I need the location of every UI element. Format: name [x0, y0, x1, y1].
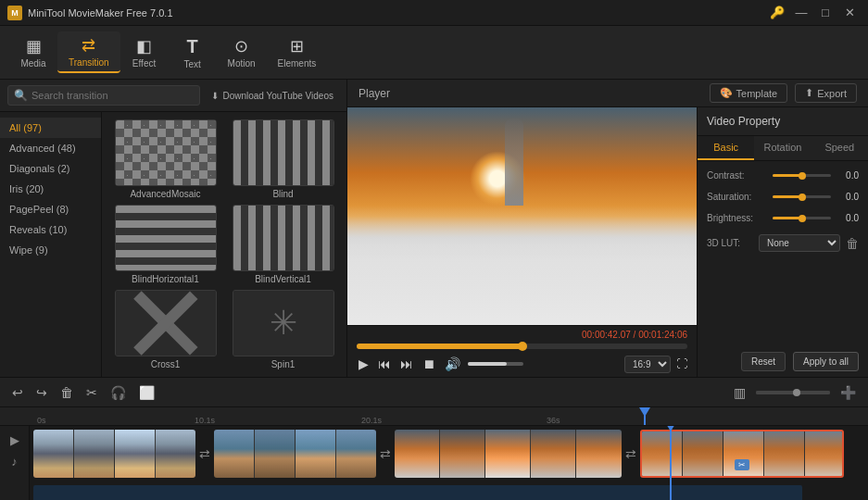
zoom-slider[interactable] — [756, 391, 830, 394]
category-reveals[interactable]: Reveals (10) — [0, 219, 101, 240]
video-track-icon[interactable]: ▶ — [10, 433, 19, 447]
transition-spin1[interactable]: Spin1 — [227, 290, 339, 369]
redo-btn[interactable]: ↪ — [31, 382, 52, 403]
cut-badge: ✂ — [735, 459, 749, 470]
template-icon: 🎨 — [720, 87, 733, 99]
download-youtube-btn[interactable]: ⬇ Download YouTube Videos — [206, 88, 339, 104]
timeline-toolbar: ↩ ↪ 🗑 ✂ 🎧 ⬜ ▥ ➕ — [0, 378, 868, 407]
toolbar-media[interactable]: ▦ Media — [9, 32, 57, 72]
category-all[interactable]: All (97) — [0, 118, 101, 138]
time-display: 00:00:42.07 / 00:01:24:06 — [357, 330, 687, 340]
next-frame-btn[interactable]: ⏭ — [398, 355, 415, 373]
playhead[interactable] — [670, 426, 672, 500]
title-bar: M MiniTool MovieMaker Free 7.0.1 🔑 — □ ✕ — [0, 0, 868, 26]
tab-rotation[interactable]: Rotation — [754, 136, 811, 160]
maximize-btn[interactable]: □ — [814, 3, 837, 23]
video-background — [347, 107, 697, 325]
toolbar-elements[interactable]: ⊞ Elements — [267, 32, 328, 72]
progress-handle[interactable] — [518, 342, 527, 351]
play-btn[interactable]: ▶ — [357, 355, 371, 373]
window-controls: 🔑 — □ ✕ — [766, 3, 861, 23]
timeline-content: 0s 10.1s 20.1s 36s ▶ ♪ — [0, 407, 868, 500]
category-advanced[interactable]: Advanced (48) — [0, 138, 101, 158]
volume-btn[interactable]: 🔊 — [443, 355, 462, 373]
toolbar-motion[interactable]: ⊙ Motion — [217, 32, 267, 72]
category-wipe[interactable]: Wipe (9) — [0, 240, 101, 260]
player-header-bar: Player 🎨 Template ⬆ Export — [347, 80, 868, 107]
brightness-label: Brightness: — [707, 213, 767, 223]
audio-clip[interactable] — [33, 485, 802, 501]
transition-arrow-1: ⇄ — [195, 446, 214, 461]
toolbar-motion-label: Motion — [228, 58, 256, 69]
transition-blind[interactable]: Blind — [227, 119, 339, 199]
audio-btn[interactable]: 🎧 — [106, 382, 131, 403]
toolbar-text[interactable]: T Text — [169, 32, 217, 73]
split-btn[interactable]: ⬜ — [134, 382, 159, 403]
clip-sunset[interactable] — [395, 430, 622, 478]
transition-blindh1[interactable]: BlindHorizontal1 — [109, 205, 221, 284]
contrast-row: Contrast: 0.0 — [707, 170, 859, 181]
lut-select[interactable]: None — [759, 234, 840, 252]
transition-thumb-cross1 — [115, 290, 217, 356]
brightness-row: Brightness: 0.0 — [707, 213, 859, 223]
saturation-slider[interactable] — [773, 195, 831, 198]
transition-blindv1[interactable]: BlindVertical1 — [227, 205, 339, 284]
aspect-ratio-select[interactable]: 16:9 4:3 1:1 — [624, 356, 671, 373]
audio-track — [30, 481, 868, 500]
fullscreen-btn[interactable]: ⛶ — [676, 357, 687, 370]
timeline: ↩ ↪ 🗑 ✂ 🎧 ⬜ ▥ ➕ 0s 10.1s 20.1s 36s — [0, 377, 868, 500]
audio-track-icon[interactable]: ♪ — [11, 455, 18, 469]
cut-btn[interactable]: ✂ — [82, 382, 102, 403]
category-pagepeel[interactable]: PagePeel (8) — [0, 199, 101, 219]
zoom-out-btn[interactable]: ➕ — [836, 382, 861, 403]
template-btn[interactable]: 🎨 Template — [710, 83, 788, 103]
lut-delete-btn[interactable]: 🗑 — [846, 236, 859, 251]
volume-fill — [468, 362, 507, 366]
search-box[interactable]: 🔍 — [7, 85, 200, 106]
transition-thumb-advancedmosaic — [115, 119, 217, 186]
timeline-tracks: ▶ ♪ ⇄ — [0, 426, 868, 500]
delete-btn[interactable]: 🗑 — [56, 382, 78, 403]
reset-btn[interactable]: Reset — [741, 352, 786, 371]
apply-to-all-btn[interactable]: Apply to all — [793, 352, 859, 371]
export-btn[interactable]: ⬆ Export — [795, 83, 857, 103]
stop-btn[interactable]: ⏹ — [421, 355, 437, 373]
search-input[interactable] — [31, 90, 194, 101]
effect-icon: ◧ — [136, 36, 152, 56]
undo-btn[interactable]: ↩ — [7, 382, 28, 403]
key-icon-btn[interactable]: 🔑 — [766, 3, 788, 23]
text-icon: T — [186, 36, 197, 57]
close-btn[interactable]: ✕ — [838, 3, 861, 23]
saturation-label: Saturation: — [707, 192, 767, 202]
timeline-ruler: 0s 10.1s 20.1s 36s — [0, 407, 868, 426]
player-panel: 00:00:42.07 / 00:01:24:06 ▶ ⏮ ⏭ ⏹ 🔊 — [347, 107, 697, 377]
clip-city[interactable] — [214, 430, 376, 478]
contrast-slider[interactable] — [773, 174, 831, 177]
track-header: ▶ ♪ — [0, 426, 30, 500]
tab-basic[interactable]: Basic — [698, 136, 754, 160]
transition-advancedmosaic[interactable]: AdvancedMosaic — [109, 119, 221, 199]
transitions-grid: AdvancedMosaic Blind BlindHorizontal1 — [102, 112, 346, 377]
app-icon: M — [7, 6, 22, 20]
volume-slider[interactable] — [468, 362, 523, 366]
transition-arrow-2: ⇄ — [376, 446, 395, 461]
clip-mountains[interactable] — [33, 430, 195, 478]
property-tabs: Basic Rotation Speed — [698, 136, 868, 161]
toolbar-transition[interactable]: ⇄ Transition — [57, 31, 120, 73]
main-row: 🔍 ⬇ Download YouTube Videos All (97) Adv… — [0, 80, 868, 377]
brightness-slider[interactable] — [773, 217, 831, 219]
saturation-value: 0.0 — [837, 192, 859, 202]
timeline-add-track-btn[interactable]: ▥ — [729, 382, 750, 403]
toolbar-effect[interactable]: ◧ Effect — [120, 32, 169, 72]
category-iris[interactable]: Iris (20) — [0, 179, 101, 199]
toolbar-transition-label: Transition — [69, 57, 109, 68]
transition-cross1[interactable]: Cross1 — [109, 290, 221, 369]
minimize-btn[interactable]: — — [790, 3, 812, 23]
center-wrapper: Player 🎨 Template ⬆ Export — [347, 80, 868, 377]
prev-btn[interactable]: ⏮ — [376, 355, 393, 373]
category-diagonals[interactable]: Diagonals (2) — [0, 158, 101, 179]
contrast-label: Contrast: — [707, 170, 767, 181]
playhead-head — [639, 407, 650, 417]
progress-bar[interactable] — [357, 344, 687, 349]
tab-speed[interactable]: Speed — [811, 136, 868, 160]
